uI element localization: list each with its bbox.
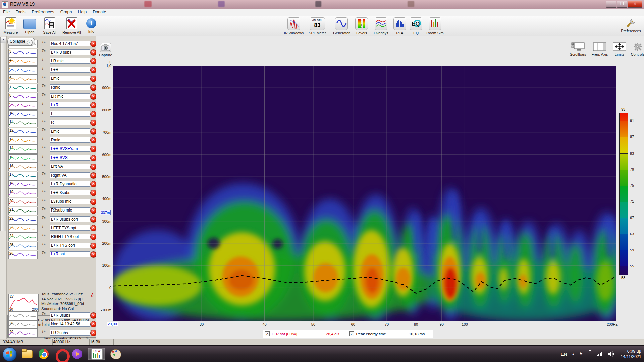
- trace-options-icon[interactable]: T≈: [42, 58, 46, 61]
- trace-options-icon[interactable]: T≈: [42, 111, 46, 114]
- measurement-row-20[interactable]: 20T≈✕: [7, 198, 96, 206]
- delete-measurement-button[interactable]: ✕: [90, 199, 96, 205]
- ir-windows-button[interactable]: IR Windows: [283, 17, 304, 35]
- delete-measurement-button[interactable]: ✕: [90, 137, 96, 143]
- chrome-icon[interactable]: [38, 348, 50, 360]
- measurement-row-19[interactable]: 19T≈✕: [7, 189, 96, 197]
- action-center-flag-icon[interactable]: ⚑: [579, 352, 583, 356]
- measurement-name-input[interactable]: [50, 137, 90, 143]
- trace-options-icon[interactable]: T≈: [42, 84, 46, 88]
- measurements-scrollbar[interactable]: ▲: [0, 36, 7, 339]
- trace-options-icon[interactable]: T≈: [42, 49, 46, 53]
- trace-options-icon[interactable]: T≈: [42, 181, 46, 184]
- measurement-row-16[interactable]: 16T≈✕: [7, 163, 96, 171]
- measurement-thumbnail[interactable]: [8, 312, 38, 320]
- measurement-row-21[interactable]: 21T≈✕: [7, 206, 96, 215]
- taskbar-clock[interactable]: 6:09 μμ 14/11/2021: [619, 349, 641, 359]
- measurement-row-26[interactable]: 26T≈✕: [7, 250, 96, 259]
- measurement-name-input[interactable]: [50, 49, 90, 55]
- measurement-name-input[interactable]: [50, 172, 90, 178]
- measurement-thumbnail[interactable]: 6: [8, 75, 38, 83]
- trace-options-icon[interactable]: T≈: [42, 312, 46, 316]
- trace-options-icon[interactable]: T≈: [42, 329, 46, 333]
- measurement-thumbnail[interactable]: 13: [8, 136, 38, 145]
- measurement-name-input[interactable]: [50, 199, 90, 204]
- measurement-name-input[interactable]: [50, 111, 90, 117]
- measurement-thumbnail[interactable]: 5: [8, 66, 38, 75]
- collapse-panel-button[interactable]: Collapse«: [7, 38, 35, 46]
- delete-measurement-button[interactable]: ✕: [90, 49, 96, 56]
- measurement-row-5[interactable]: 5T≈✕: [7, 66, 96, 75]
- trace-options-icon[interactable]: T≈: [42, 242, 46, 246]
- measurement-name-input[interactable]: [50, 41, 90, 46]
- measurement-name-input[interactable]: [50, 207, 90, 213]
- room-sim-button[interactable]: Room Sim: [425, 17, 445, 35]
- measurement-thumbnail[interactable]: 14: [8, 145, 38, 154]
- measurement-name-input[interactable]: [50, 225, 90, 231]
- measurement-name-input[interactable]: [50, 330, 90, 336]
- battery-icon[interactable]: [588, 351, 592, 357]
- menu-preferences[interactable]: Preferences: [29, 9, 57, 14]
- measurement-name-input[interactable]: [50, 312, 90, 318]
- menu-file[interactable]: File: [0, 9, 13, 14]
- measurement-row-22[interactable]: 22T≈✕: [7, 215, 96, 224]
- measurement-name-input[interactable]: [50, 93, 90, 99]
- delete-measurement-button[interactable]: ✕: [90, 58, 96, 64]
- scrollbar-thumb[interactable]: [0, 43, 6, 231]
- measurement-row-28[interactable]: 28T≈✕: [7, 320, 96, 329]
- measurement-name-input[interactable]: [50, 251, 90, 257]
- delete-measurement-button[interactable]: ✕: [90, 41, 96, 47]
- title-bar[interactable]: REW V5,19 — ❐ ✕: [0, 0, 644, 9]
- measurement-thumbnail[interactable]: 9: [8, 101, 38, 110]
- trace-options-icon[interactable]: T≈: [42, 321, 46, 324]
- trace-options-icon[interactable]: T≈: [42, 40, 46, 44]
- scrollbars-button[interactable]: Scrollbars: [567, 42, 589, 56]
- delete-measurement-button[interactable]: ✕: [90, 243, 96, 249]
- delete-measurement-button[interactable]: ✕: [90, 181, 96, 187]
- measurement-thumbnail[interactable]: 16: [8, 163, 38, 171]
- measurement-thumbnail[interactable]: 8: [8, 93, 38, 101]
- measurement-row-15[interactable]: 15T≈✕: [7, 154, 96, 163]
- measurement-row-14[interactable]: 14T≈✕: [7, 145, 96, 154]
- delete-measurement-button[interactable]: ✕: [90, 251, 96, 258]
- measurement-thumbnail[interactable]: 21: [8, 207, 38, 215]
- eq-button[interactable]: EQ EQ: [409, 17, 423, 35]
- measurement-name-input[interactable]: [50, 120, 90, 125]
- trace-options-icon[interactable]: T≈: [42, 251, 46, 255]
- open-button[interactable]: Open: [22, 17, 38, 34]
- delete-measurement-button[interactable]: ✕: [90, 190, 96, 196]
- measurement-row-10[interactable]: 10T≈✕: [7, 110, 96, 119]
- measurement-name-input[interactable]: [50, 58, 90, 64]
- trace-options-icon[interactable]: T≈: [42, 93, 46, 97]
- close-button[interactable]: ✕: [628, 1, 642, 8]
- trace-options-icon[interactable]: T≈: [42, 189, 46, 193]
- measurement-row-7[interactable]: 7T≈✕: [7, 83, 96, 92]
- remove-all-button[interactable]: Remove All: [61, 17, 83, 34]
- measurement-name-input[interactable]: [50, 102, 90, 108]
- measurement-row-8[interactable]: 8T≈✕: [7, 92, 96, 101]
- language-indicator[interactable]: EN: [561, 352, 567, 357]
- menu-donate[interactable]: Donate: [90, 9, 109, 14]
- edit-pencil-icon[interactable]: ✎: [86, 336, 89, 339]
- measurement-row-12[interactable]: 12T≈✕: [7, 127, 96, 136]
- levels-button[interactable]: 0369 Levels: [354, 17, 369, 35]
- delete-measurement-button[interactable]: ✕: [90, 207, 96, 214]
- measurement-thumbnail[interactable]: 22: [8, 216, 38, 224]
- delete-measurement-button[interactable]: ✕: [90, 84, 96, 91]
- measurement-row[interactable]: T≈✕: [7, 311, 96, 320]
- start-button[interactable]: [3, 347, 17, 361]
- measurement-thumbnail[interactable]: 7: [8, 84, 38, 92]
- measurement-name-input[interactable]: [50, 190, 90, 195]
- measurement-thumbnail[interactable]: 20: [8, 198, 38, 206]
- measurement-row-4[interactable]: 4T≈✕: [7, 57, 96, 66]
- measurement-thumbnail[interactable]: 3: [8, 49, 38, 57]
- measurement-thumbnail[interactable]: 4: [8, 57, 38, 66]
- measurement-row-25[interactable]: 25T≈✕: [7, 242, 96, 250]
- capture-button[interactable]: Capture: [98, 43, 113, 57]
- peak-energy-checkbox[interactable]: ✓: [349, 331, 354, 336]
- preferences-button[interactable]: Preferences: [620, 17, 642, 33]
- trace-options-icon[interactable]: T≈: [42, 67, 46, 70]
- trace-options-icon[interactable]: T≈: [42, 163, 46, 167]
- series-visibility-checkbox[interactable]: ✓: [265, 331, 270, 336]
- delete-measurement-button[interactable]: ✕: [90, 120, 96, 126]
